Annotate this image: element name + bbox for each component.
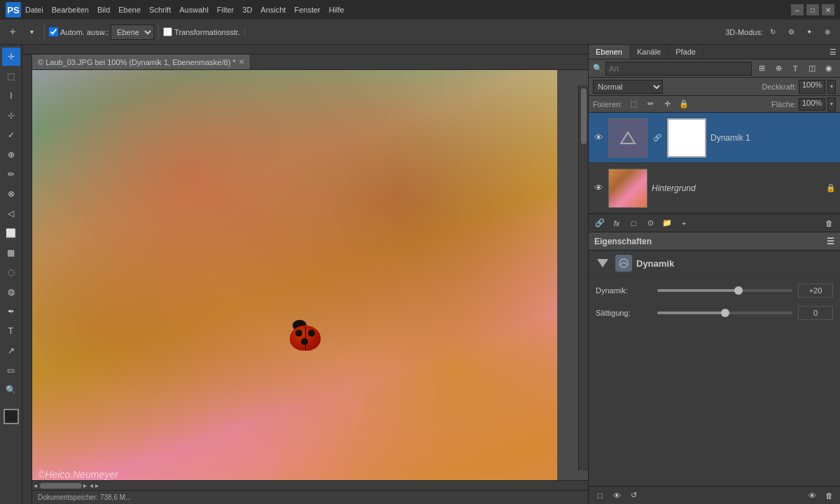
canvas-scrollbar-h[interactable]: ◂ ▸ ◂ ▸ (32, 480, 588, 490)
layer-filter-effect[interactable]: ⊕ (771, 62, 785, 76)
text-tool[interactable]: T (2, 322, 20, 340)
dodge-tool[interactable]: ◍ (2, 283, 20, 301)
delete-layer-btn[interactable]: 🗑 (822, 216, 836, 230)
section-collapse-btn[interactable] (594, 255, 611, 272)
menu-ansicht[interactable]: Ansicht (260, 6, 286, 14)
move-tool-btn[interactable]: ✛ (4, 24, 21, 41)
canvas-tab-close[interactable]: ✕ (239, 58, 244, 66)
new-group-btn[interactable]: 📁 (660, 216, 674, 230)
3dmode-extra[interactable]: ⊕ (819, 24, 836, 41)
opacity-arrow[interactable]: ▾ (827, 80, 836, 94)
canvas-nav-arrows[interactable]: ◂ ▸ (90, 482, 99, 489)
canvas-content[interactable]: ©Heico.Neumeyer (32, 70, 588, 480)
layer-controls: Normal Deckkraft: 100% ▾ (589, 78, 840, 96)
props-visibility-btn[interactable]: 👁 (805, 489, 819, 503)
props-reset-btn[interactable]: ↺ (626, 489, 640, 503)
canvas-tab[interactable]: © Laub_03.JPG bei 100% (Dynamik 1, Ebene… (32, 55, 251, 69)
tab-pfade[interactable]: Pfade (668, 45, 704, 59)
menu-datei[interactable]: Datei (25, 6, 43, 14)
lock-all-btn[interactable]: 🔒 (677, 97, 691, 111)
minimize-button[interactable]: – (791, 4, 804, 15)
lasso-tool[interactable]: ⌇ (2, 87, 20, 105)
layer-filter-type[interactable]: ⊞ (755, 62, 769, 76)
clone-tool[interactable]: ⊗ (2, 185, 20, 203)
new-adj-btn[interactable]: ⊙ (643, 216, 657, 230)
layer-eye-hintergrund[interactable]: 👁 (593, 183, 604, 194)
menu-filter[interactable]: Filter (217, 6, 234, 14)
dynamik-slider-thumb[interactable] (734, 286, 743, 295)
fill-value[interactable]: 100% (799, 98, 825, 111)
menu-ebene[interactable]: Ebene (118, 6, 141, 14)
3dmode-rotate[interactable]: ↻ (764, 24, 781, 41)
fx-btn[interactable]: fx (610, 216, 624, 230)
menu-auswahl[interactable]: Auswahl (179, 6, 209, 14)
fill-group: Fläche: 100% ▾ (771, 97, 836, 111)
heal-tool[interactable]: ⊕ (2, 146, 20, 164)
layer-search-field[interactable] (609, 64, 748, 73)
layer-filter-text[interactable]: T (788, 62, 802, 76)
props-delete-btn[interactable]: 🗑 (822, 489, 836, 503)
layer-item-dynamik[interactable]: 👁 🔗 Dynamik 1 (589, 113, 840, 163)
menu-bearbeiten[interactable]: Bearbeiten (52, 6, 89, 14)
new-layer-btn[interactable]: + (677, 216, 691, 230)
sattigung-value[interactable]: 0 (798, 306, 833, 320)
3dmode-light[interactable]: ✦ (801, 24, 818, 41)
scroll-right-btn[interactable]: ▸ (83, 482, 87, 489)
props-snapshot-btn[interactable]: □ (593, 489, 607, 503)
layer-eye-dynamik[interactable]: 👁 (593, 132, 604, 144)
dynamik-value[interactable]: +20 (798, 284, 833, 298)
scrollbar-thumb-h[interactable] (40, 483, 82, 489)
layer-search-input[interactable] (606, 62, 752, 76)
shape-tool[interactable]: ▭ (2, 361, 20, 379)
blur-tool[interactable]: ◌ (2, 263, 20, 281)
menu-hilfe[interactable]: Hilfe (329, 6, 344, 14)
brush-tool[interactable]: ✏ (2, 165, 20, 183)
lock-position-btn[interactable]: ✏ (643, 97, 657, 111)
fill-arrow[interactable]: ▾ (827, 97, 836, 111)
gradient-tool[interactable]: ▦ (2, 244, 20, 262)
lock-pixels-btn[interactable]: ⬚ (626, 97, 640, 111)
history-tool[interactable]: ◁ (2, 204, 20, 223)
dynamik-slider[interactable] (657, 289, 792, 292)
close-button[interactable]: ✕ (822, 4, 834, 15)
eraser-tool[interactable]: ⬜ (2, 224, 20, 242)
layer-filter-toggle[interactable]: ◉ (822, 62, 836, 76)
menu-bild[interactable]: Bild (97, 6, 110, 14)
selection-tool[interactable]: ⬚ (2, 67, 20, 85)
scroll-left-btn[interactable]: ◂ (34, 482, 37, 489)
layer-filter-pixel[interactable]: ◫ (805, 62, 819, 76)
menu-schrift[interactable]: Schrift (149, 6, 171, 14)
foreground-color[interactable] (4, 409, 19, 424)
properties-menu-btn[interactable]: ☰ (827, 237, 834, 246)
panel-menu-btn[interactable]: ☰ (826, 45, 840, 59)
tab-ebenen[interactable]: Ebenen (589, 45, 630, 59)
menu-fenster[interactable]: Fenster (294, 6, 320, 14)
scrollbar-thumb-v[interactable] (581, 88, 587, 144)
3dmode-settings[interactable]: ⚙ (783, 24, 799, 41)
autoselect-type[interactable]: Ebene (111, 24, 154, 40)
opacity-value[interactable]: 100% (799, 80, 825, 94)
canvas-scrollbar-v[interactable] (578, 85, 588, 470)
props-eye-btn[interactable]: 👁 (610, 489, 624, 503)
sattigung-slider-thumb[interactable] (721, 309, 729, 317)
lock-art-btn[interactable]: ✛ (660, 97, 674, 111)
add-mask-btn[interactable]: □ (626, 216, 640, 230)
blend-mode-select[interactable]: Normal (593, 80, 663, 94)
eyedropper-tool[interactable]: ✓ (2, 126, 20, 144)
transform-checkbox[interactable]: Transformationsstr. (163, 27, 240, 36)
tab-kanale[interactable]: Kanäle (630, 45, 668, 59)
autoselect-checkbox[interactable]: Autom. ausw.: (49, 27, 108, 36)
layer-mask-thumb (667, 118, 706, 158)
layer-chain-1[interactable]: 🔗 (652, 132, 663, 144)
sattigung-slider[interactable] (657, 312, 792, 314)
crop-tool[interactable]: ⊹ (2, 106, 20, 125)
maximize-button[interactable]: □ (806, 4, 819, 15)
link-layers-btn[interactable]: 🔗 (593, 216, 607, 230)
path-tool[interactable]: ↗ (2, 342, 20, 360)
menu-3d[interactable]: 3D (242, 6, 252, 14)
pen-tool[interactable]: ✒ (2, 302, 20, 321)
layer-item-hintergrund[interactable]: 👁 Hintergrund 🔒 (589, 163, 840, 214)
tool-options-arrow[interactable]: ▾ (23, 24, 40, 41)
zoom-tool[interactable]: 🔍 (2, 381, 20, 399)
move-tool[interactable]: ✛ (2, 48, 20, 66)
